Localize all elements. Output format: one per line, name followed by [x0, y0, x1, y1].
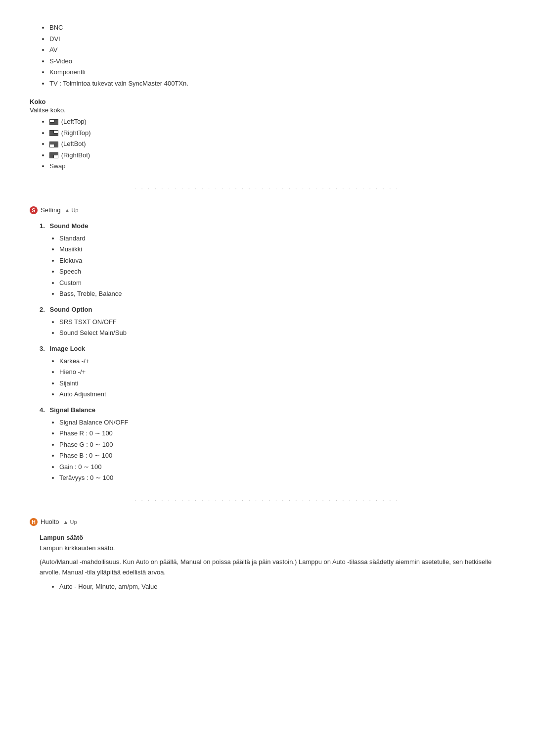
list-item: Phase G : 0 ∼ 100 — [59, 440, 504, 450]
image-lock-subsection: 3. Image Lock Karkea -/+ Hieno -/+ Sijai… — [40, 345, 504, 399]
setting-icon: S — [30, 206, 38, 214]
leftbot-icon — [49, 142, 58, 147]
koko-item-rightbot: (RightBot) — [49, 150, 504, 160]
divider-2: · · · · · · · · · · · · · · · · · · · · … — [30, 498, 504, 503]
image-lock-title: 3. Image Lock — [40, 345, 504, 352]
list-item: Auto Adjustment — [59, 389, 504, 399]
list-item: Speech — [59, 267, 504, 277]
list-item: Gain : 0 ∼ 100 — [59, 462, 504, 472]
huolto-icon: H — [30, 518, 38, 526]
list-item: AV — [49, 45, 504, 55]
list-item: Hieno -/+ — [59, 367, 504, 377]
huolto-title-link[interactable]: Huolto — [41, 518, 59, 525]
list-item: Custom — [59, 278, 504, 288]
list-item: Terävyys : 0 ∼ 100 — [59, 473, 504, 483]
list-item: Standard — [59, 234, 504, 243]
sound-option-list: SRS TSXT ON/OFF Sound Select Main/Sub — [40, 317, 504, 338]
huolto-up-link[interactable]: ▲ Up — [63, 519, 77, 525]
koko-item-label: (LeftTop) — [61, 118, 87, 125]
huolto-header: H Huolto ▲ Up — [30, 518, 504, 526]
righttop-icon — [49, 130, 58, 136]
sound-option-subsection: 2. Sound Option SRS TSXT ON/OFF Sound Se… — [40, 306, 504, 338]
sound-mode-list: Standard Musiikki Elokuva Speech Custom … — [40, 234, 504, 299]
lampun-subsection: Lampun säätö Lampun kirkkauden säätö. (A… — [40, 534, 504, 592]
koko-item-leftbot: (LeftBot) — [49, 139, 504, 149]
koko-title: Koko — [30, 98, 504, 105]
setting-header: S Setting ▲ Up — [30, 206, 504, 214]
signal-balance-subsection: 4. Signal Balance Signal Balance ON/OFF … — [40, 406, 504, 483]
list-item: Sijainti — [59, 378, 504, 388]
sound-mode-subsection: 1. Sound Mode Standard Musiikki Elokuva … — [40, 222, 504, 299]
koko-item-label: (LeftBot) — [61, 140, 86, 147]
setting-section: S Setting ▲ Up 1. Sound Mode Standard Mu… — [30, 206, 504, 483]
list-item: TV : Toimintoa tukevat vain SyncMaster 4… — [49, 79, 504, 89]
koko-item-lefttop: (LeftTop) — [49, 117, 504, 127]
list-item: Komponentti — [49, 67, 504, 77]
lampun-desc2: (Auto/Manual -mahdollisuus. Kun Auto on … — [40, 557, 504, 578]
list-item: Phase R : 0 ∼ 100 — [59, 428, 504, 438]
koko-item-label: (RightTop) — [61, 129, 91, 137]
koko-list: (LeftTop) (RightTop) (LeftBot) (RightBot… — [30, 117, 504, 171]
list-item: Auto - Hour, Minute, am/pm, Value — [59, 582, 504, 592]
setting-title: Setting — [41, 206, 60, 214]
sound-mode-title: 1. Sound Mode — [40, 222, 504, 230]
list-item: BNC — [49, 23, 504, 33]
lampun-desc1: Lampun kirkkauden säätö. — [40, 543, 504, 554]
list-item: Signal Balance ON/OFF — [59, 418, 504, 427]
divider-1: · · · · · · · · · · · · · · · · · · · · … — [30, 186, 504, 191]
setting-title-link[interactable]: Setting — [41, 206, 60, 214]
list-item: Bass, Treble, Balance — [59, 289, 504, 299]
lampun-title: Lampun säätö — [40, 534, 504, 541]
signal-balance-list: Signal Balance ON/OFF Phase R : 0 ∼ 100 … — [40, 418, 504, 483]
top-list-section: BNC DVI AV S-Video Komponentti TV : Toim… — [30, 23, 504, 88]
signal-balance-title: 4. Signal Balance — [40, 406, 504, 414]
setting-up-link[interactable]: ▲ Up — [64, 207, 78, 213]
huolto-title: Huolto — [41, 518, 59, 525]
list-item: S-Video — [49, 56, 504, 66]
koko-section: Koko Valitse koko. (LeftTop) (RightTop) … — [30, 98, 504, 171]
image-lock-list: Karkea -/+ Hieno -/+ Sijainti Auto Adjus… — [40, 356, 504, 399]
lefttop-icon — [49, 119, 58, 125]
list-item: Karkea -/+ — [59, 356, 504, 366]
list-item: Sound Select Main/Sub — [59, 328, 504, 338]
rightbot-icon — [49, 152, 58, 158]
list-item: Elokuva — [59, 256, 504, 266]
list-item: Phase B : 0 ∼ 100 — [59, 451, 504, 461]
list-item: Musiikki — [59, 244, 504, 254]
top-list: BNC DVI AV S-Video Komponentti TV : Toim… — [30, 23, 504, 88]
koko-item-label: (RightBot) — [61, 151, 90, 159]
koko-desc: Valitse koko. — [30, 106, 504, 114]
koko-item-swap: Swap — [49, 161, 504, 171]
lampun-list: Auto - Hour, Minute, am/pm, Value — [40, 582, 504, 592]
huolto-section: H Huolto ▲ Up Lampun säätö Lampun kirkka… — [30, 518, 504, 592]
koko-item-righttop: (RightTop) — [49, 128, 504, 138]
sound-option-title: 2. Sound Option — [40, 306, 504, 313]
list-item: DVI — [49, 34, 504, 44]
list-item: SRS TSXT ON/OFF — [59, 317, 504, 327]
